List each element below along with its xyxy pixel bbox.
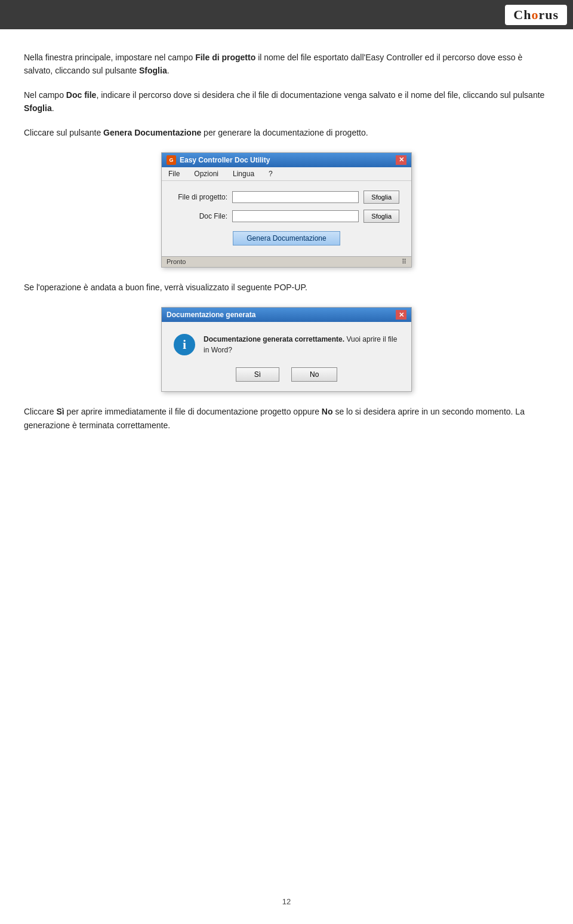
paragraph-2-text-mid1: , indicare il percorso dove si desidera … (96, 90, 544, 100)
menu-file[interactable]: File (167, 169, 181, 179)
paragraph-2-bold-2: Sfoglia (24, 103, 52, 113)
popup-buttons: Sì No (236, 367, 338, 382)
paragraph-2-bold-1: Doc file (66, 90, 97, 100)
paragraph-3: Cliccare sul pulsante Genera Documentazi… (24, 126, 549, 139)
main-content: Nella finestra principale, impostare nel… (0, 29, 573, 466)
popup-title-text-2: Documentazione generata (167, 311, 255, 319)
btn-si[interactable]: Sì (236, 367, 279, 382)
paragraph-4-text: Se l'operazione è andata a buon fine, ve… (24, 283, 307, 292)
popup-close-button-2[interactable]: ✕ (396, 310, 406, 320)
btn-no[interactable]: No (291, 367, 337, 382)
paragraph-3-end: per generare la documentazione di proget… (201, 128, 368, 137)
info-icon: i (174, 334, 195, 355)
paragraph-5-text-before: Cliccare (24, 407, 56, 416)
popup-dialog-2: Documentazione generata ✕ i Documentazio… (161, 307, 412, 392)
page-number: 12 (282, 897, 291, 906)
chorus-logo: Chorus (505, 5, 567, 25)
menu-opzioni[interactable]: Opzioni (192, 169, 220, 179)
win-title-text-1: Easy Controller Doc Utility (180, 156, 270, 164)
btn-sfoglia-2[interactable]: Sfoglia (363, 210, 399, 223)
paragraph-1-bold-1: File di progetto (195, 53, 255, 62)
win-close-button-1[interactable]: ✕ (396, 155, 406, 165)
input-doc-file[interactable] (232, 210, 359, 222)
paragraph-3-text-before: Cliccare sul pulsante (24, 128, 103, 137)
paragraph-2-end: . (52, 103, 54, 113)
popup-message-bold: Documentazione generata correttamente. (204, 335, 344, 343)
win-menubar-1: File Opzioni Lingua ? (162, 167, 411, 181)
paragraph-5-bold-2: No (322, 407, 333, 416)
header-bar: Chorus (0, 0, 573, 29)
paragraph-5-bold-1: Sì (56, 407, 64, 416)
btn-sfoglia-1[interactable]: Sfoglia (363, 191, 399, 204)
paragraph-2-text-before: Nel campo (24, 90, 66, 100)
menu-help[interactable]: ? (267, 169, 275, 179)
paragraph-2: Nel campo Doc file, indicare il percorso… (24, 88, 549, 115)
page-footer: 12 (0, 897, 573, 906)
status-text: Pronto (167, 258, 186, 265)
dialog-1-container: G Easy Controller Doc Utility ✕ File Opz… (161, 152, 412, 268)
btn-genera-documentazione[interactable]: Genera Documentazione (233, 231, 340, 245)
input-file-progetto[interactable] (232, 191, 359, 203)
win-title-icon-1: G (167, 155, 176, 165)
win-statusbar-1: Pronto ⠿ (162, 256, 411, 267)
form-row-file-progetto: File di progetto: Sfoglia (174, 191, 399, 204)
paragraph-1: Nella finestra principale, impostare nel… (24, 51, 549, 78)
gen-btn-row: Genera Documentazione (174, 231, 399, 245)
win-dialog-1: G Easy Controller Doc Utility ✕ File Opz… (161, 152, 412, 268)
popup-body-2: i Documentazione generata correttamente.… (162, 322, 411, 391)
paragraph-5-text-mid1: per aprire immediatamente il file di doc… (64, 407, 322, 416)
statusbar-resize-icon: ⠿ (402, 258, 406, 266)
label-file-progetto: File di progetto: (174, 193, 227, 201)
paragraph-4: Se l'operazione è andata a buon fine, ve… (24, 281, 549, 294)
popup-message-row: i Documentazione generata correttamente.… (174, 334, 399, 355)
paragraph-3-bold-1: Genera Documentazione (103, 128, 201, 137)
menu-lingua[interactable]: Lingua (231, 169, 256, 179)
win-titlebar-left-1: G Easy Controller Doc Utility (167, 155, 270, 165)
label-doc-file: Doc File: (174, 212, 227, 220)
paragraph-5: Cliccare Sì per aprire immediatamente il… (24, 405, 549, 432)
paragraph-1-text-before: Nella finestra principale, impostare nel… (24, 53, 195, 62)
win-titlebar-1: G Easy Controller Doc Utility ✕ (162, 153, 411, 167)
paragraph-1-bold-2: Sfoglia (139, 66, 167, 75)
form-row-doc-file: Doc File: Sfoglia (174, 210, 399, 223)
popup-titlebar-2: Documentazione generata ✕ (162, 308, 411, 322)
win-body-1: File di progetto: Sfoglia Doc File: Sfog… (162, 181, 411, 256)
popup-message-text: Documentazione generata correttamente. V… (204, 334, 399, 355)
paragraph-1-end: . (167, 66, 170, 75)
